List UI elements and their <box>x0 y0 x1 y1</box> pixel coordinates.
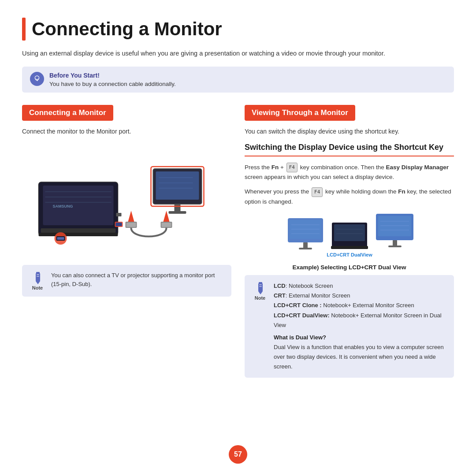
note-item-dualview: LCD+CRT DualView: Notebook+ External Mon… <box>274 311 447 330</box>
svg-rect-8 <box>116 213 122 216</box>
svg-rect-57 <box>259 286 262 287</box>
example-label: Example) Selecting LCD+CRT Dual View <box>245 264 454 271</box>
svg-rect-18 <box>162 223 171 227</box>
svg-rect-2 <box>41 228 116 233</box>
svg-rect-47 <box>393 240 397 246</box>
note-icon-left: Note <box>29 271 46 290</box>
note-item-crt: CRT: External Monitor Screen <box>274 291 447 301</box>
easy-display-label: Easy Display Manager <box>386 164 449 171</box>
page-number: 57 <box>229 445 247 464</box>
main-title: Connecting a Monitor <box>32 19 222 40</box>
svg-rect-42 <box>331 246 368 249</box>
svg-rect-16 <box>126 223 136 227</box>
before-text: You have to buy a connection cable addit… <box>49 81 176 87</box>
two-column-layout: Connecting a Monitor Connect the monitor… <box>22 105 454 378</box>
svg-rect-46 <box>378 216 411 236</box>
lightbulb-icon <box>30 72 44 86</box>
red-divider <box>245 156 454 156</box>
what-is-text: Dual View is a function that enables you… <box>274 342 447 372</box>
svg-rect-36 <box>299 248 312 249</box>
right-note-box: Note LCD: Notebook Screen CRT: External … <box>245 275 454 378</box>
svg-marker-19 <box>164 211 170 222</box>
note-icon-right: Note <box>252 281 268 301</box>
svg-marker-14 <box>128 211 134 222</box>
right-section-header: Viewing Through a Monitor <box>245 105 355 121</box>
right-section-desc: You can switch the display device using … <box>245 127 454 136</box>
note-list: LCD: Notebook Screen CRT: External Monit… <box>274 281 447 372</box>
note-label-right: Note <box>255 295 265 301</box>
f4-key-icon2: F4 <box>312 187 323 197</box>
fn-key-label: Fn <box>271 164 279 171</box>
svg-rect-32 <box>37 276 39 277</box>
switching-title: Switching the Display Device using the S… <box>245 142 454 152</box>
svg-marker-55 <box>258 291 263 294</box>
svg-marker-30 <box>36 281 40 284</box>
para2: Whenever you press the F4 key while hold… <box>245 187 454 206</box>
svg-text:LCD+CRT DualView: LCD+CRT DualView <box>327 252 372 257</box>
before-title: Before You Start! <box>49 72 176 79</box>
f4-key-icon: F4 <box>286 163 298 172</box>
svg-rect-48 <box>388 245 402 247</box>
connection-diagram: SAMSUNG <box>22 142 231 257</box>
left-note-box: Note You can also connect a TV or projec… <box>22 265 231 297</box>
svg-rect-31 <box>37 274 39 275</box>
svg-rect-13 <box>116 223 122 226</box>
left-column: Connecting a Monitor Connect the monitor… <box>22 105 231 378</box>
svg-rect-3 <box>39 233 118 236</box>
left-section-desc: Connect the monitor to the Monitor port. <box>22 127 231 136</box>
left-note-text: You can also connect a TV or projector s… <box>51 271 224 289</box>
para1: Press the Fn + F4 key combination once. … <box>245 163 454 182</box>
note-item-lcd: LCD: Notebook Screen <box>274 281 447 291</box>
before-you-start-box: Before You Start! You have to buy a conn… <box>22 67 454 93</box>
page: Connecting a Monitor Using an external d… <box>0 0 476 476</box>
what-is-title: What is Dual View? <box>274 333 447 342</box>
title-bar-accent <box>22 18 26 41</box>
svg-rect-41 <box>334 224 365 241</box>
note-label-left: Note <box>32 285 43 290</box>
svg-rect-11 <box>57 237 64 240</box>
before-content: Before You Start! You have to buy a conn… <box>49 72 176 87</box>
svg-rect-35 <box>303 242 308 249</box>
main-title-area: Connecting a Monitor <box>22 18 454 41</box>
fn-key-label2: Fn <box>398 188 405 195</box>
note-item-clone: LCD+CRT Clone : Notebook+ External Monit… <box>274 301 447 310</box>
lcd-crt-diagram: LCD+CRT DualView <box>245 212 454 261</box>
svg-rect-56 <box>259 284 262 285</box>
svg-text:SAMSUNG: SAMSUNG <box>53 204 73 208</box>
svg-rect-23 <box>169 211 186 214</box>
intro-text: Using an external display device is usef… <box>22 48 454 59</box>
left-section-header: Connecting a Monitor <box>22 105 113 121</box>
svg-rect-21 <box>156 171 199 200</box>
right-column: Viewing Through a Monitor You can switch… <box>245 105 454 378</box>
